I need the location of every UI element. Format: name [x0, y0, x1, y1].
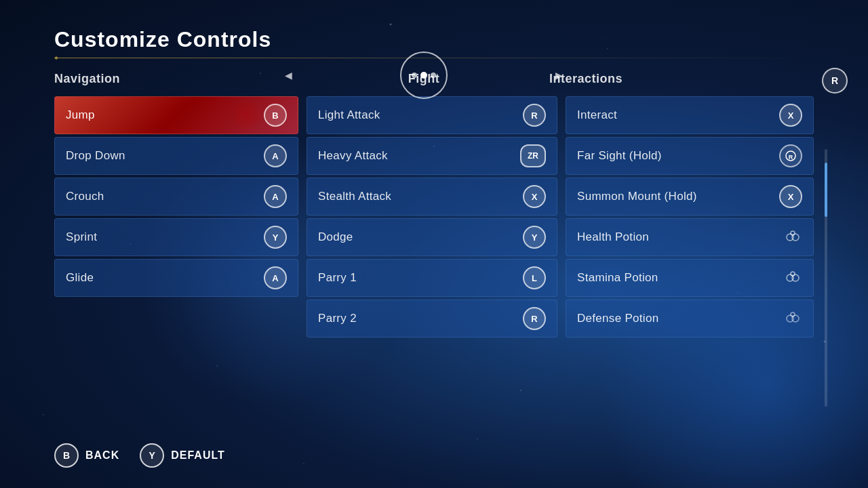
interact-row-health-potion[interactable]: Health Potion — [566, 218, 814, 256]
fight-key-parry1: L — [523, 266, 546, 289]
interact-key-interact: X — [779, 104, 802, 127]
fight-row-parry2[interactable]: Parry 2 R — [307, 300, 557, 338]
fight-row-parry1[interactable]: Parry 1 L — [307, 259, 557, 297]
interact-row-interact[interactable]: Interact X — [566, 96, 814, 134]
interact-row-stamina-potion[interactable]: Stamina Potion — [566, 259, 814, 297]
interact-row-defense-potion[interactable]: Defense Potion — [566, 300, 814, 338]
page-title: Customize Controls — [54, 27, 814, 52]
nav-row-jump[interactable]: Jump B — [54, 96, 298, 134]
columns-container: Jump B Drop Down A Crouch A Sprint Y Gli… — [54, 96, 814, 433]
back-action[interactable]: B BACK — [54, 443, 119, 468]
selector-dot-2 — [420, 72, 427, 79]
fight-key-stealth-attack: X — [523, 185, 546, 208]
back-badge: B — [54, 443, 79, 468]
default-label: DEFAULT — [171, 449, 225, 462]
back-label: BACK — [85, 449, 119, 462]
interact-key-farsight: R — [779, 144, 802, 167]
nav-label-glide: Glide — [66, 271, 94, 285]
interactions-column-header: Interactions — [549, 72, 814, 86]
fight-key-heavy-attack: ZR — [520, 144, 546, 167]
fight-label-stealth-attack: Stealth Attack — [318, 190, 391, 203]
fight-row-heavy-attack[interactable]: Heavy Attack ZR — [307, 137, 557, 175]
circle-indicator — [400, 52, 448, 99]
interact-label-summon-mount: Summon Mount (Hold) — [577, 190, 697, 203]
selector-left-arrow[interactable]: ◀ — [285, 70, 292, 81]
scroll-bar[interactable] — [825, 149, 827, 407]
interact-label-health-potion: Health Potion — [577, 230, 649, 244]
svg-text:R: R — [789, 154, 793, 161]
nav-row-glide[interactable]: Glide A — [54, 259, 298, 297]
nav-label-dropdown: Drop Down — [66, 149, 125, 163]
nav-column-header: Navigation — [54, 72, 298, 86]
nav-row-dropdown[interactable]: Drop Down A — [54, 137, 298, 175]
nav-label-sprint: Sprint — [66, 230, 97, 244]
navigation-column: Jump B Drop Down A Crouch A Sprint Y Gli… — [54, 96, 298, 433]
interact-key-defense-potion — [783, 309, 802, 328]
interact-row-summon-mount[interactable]: Summon Mount (Hold) X — [566, 178, 814, 216]
fight-key-dodge: Y — [523, 226, 546, 249]
fight-column: Light Attack R Heavy Attack ZR Stealth A… — [307, 96, 557, 433]
interact-row-farsight[interactable]: Far Sight (Hold) R — [566, 137, 814, 175]
nav-row-crouch[interactable]: Crouch A — [54, 178, 298, 216]
nav-label-crouch: Crouch — [66, 190, 104, 203]
fight-row-dodge[interactable]: Dodge Y — [307, 218, 557, 256]
interact-label-farsight: Far Sight (Hold) — [577, 149, 662, 163]
r-corner-button[interactable]: R — [822, 68, 848, 94]
nav-key-jump: B — [264, 104, 287, 127]
nav-key-glide: A — [264, 266, 287, 289]
fight-label-heavy-attack: Heavy Attack — [318, 149, 388, 163]
fight-label-light-attack: Light Attack — [318, 108, 380, 122]
nav-key-sprint: Y — [264, 226, 287, 249]
selector-right-arrow[interactable]: ▶ — [555, 70, 563, 81]
interact-label-stamina-potion: Stamina Potion — [577, 271, 658, 285]
fight-row-light-attack[interactable]: Light Attack R — [307, 96, 557, 134]
fight-label-parry2: Parry 2 — [318, 312, 357, 325]
default-action[interactable]: Y DEFAULT — [140, 443, 225, 468]
fight-column-selector: ◀ ▶ — [298, 52, 549, 99]
fight-label-parry1: Parry 1 — [318, 271, 357, 285]
interact-label-interact: Interact — [577, 108, 617, 122]
interactions-column: Interact X Far Sight (Hold) R Summon Mou… — [566, 96, 814, 433]
nav-key-crouch: A — [264, 185, 287, 208]
fight-row-stealth-attack[interactable]: Stealth Attack X — [307, 178, 557, 216]
nav-key-dropdown: A — [264, 144, 287, 167]
scroll-thumb — [825, 163, 827, 217]
default-badge: Y — [140, 443, 164, 468]
selector-dot-1 — [412, 73, 417, 78]
columns-header: ◀ ▶ Navigation Fight Interactions — [54, 72, 814, 86]
nav-label-jump: Jump — [66, 108, 95, 122]
interact-key-stamina-potion — [783, 268, 802, 287]
fight-label-dodge: Dodge — [318, 230, 353, 244]
fight-key-parry2: R — [523, 307, 546, 330]
content-area: Customize Controls ◀ ▶ Navigation Fight … — [0, 0, 868, 488]
fight-key-light-attack: R — [523, 104, 546, 127]
interact-label-defense-potion: Defense Potion — [577, 312, 658, 325]
selector-dots — [412, 72, 436, 79]
interact-key-summon-mount: X — [779, 185, 802, 208]
interact-key-health-potion — [783, 228, 802, 247]
selector-dot-3 — [431, 73, 436, 78]
bottom-bar: B BACK Y DEFAULT — [54, 433, 814, 468]
nav-row-sprint[interactable]: Sprint Y — [54, 218, 298, 256]
